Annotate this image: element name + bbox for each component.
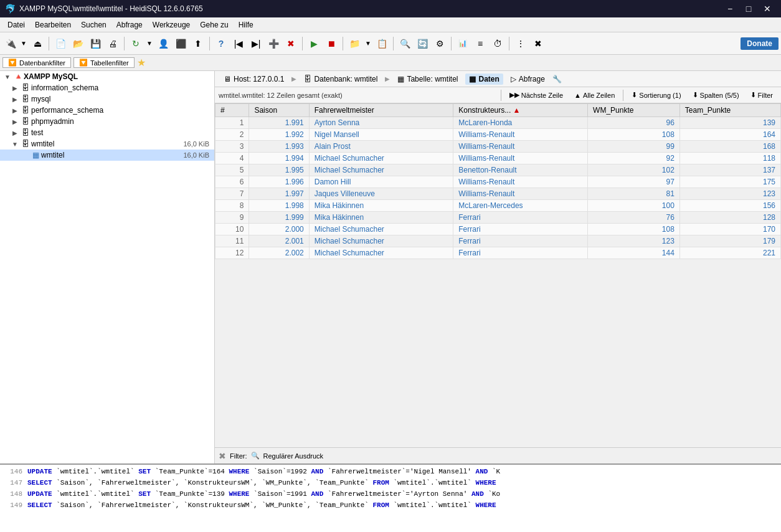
table-row[interactable]: 2 1.992 Nigel Mansell Williams-Renault 1… (215, 129, 781, 141)
help-button[interactable]: ? (213, 36, 229, 52)
table-row[interactable]: 10 2.000 Michael Schumacher Ferrari 108 … (215, 224, 781, 235)
sidebar-item-mysql[interactable]: ▶ 🗄 mysql (0, 93, 214, 105)
sidebar-item-wmtitel-table[interactable]: ▦ wmtitel 16,0 KiB (0, 150, 214, 161)
sidebar-item-test[interactable]: ▶ 🗄 test (0, 127, 214, 138)
toolbar-separator-8 (509, 37, 509, 50)
sql-keyword: WHERE (476, 479, 496, 487)
filter-close-button[interactable]: ✖ (219, 451, 226, 461)
delete-row-button[interactable]: ✖ (283, 36, 299, 52)
next-row-icon: ▶▶ (509, 91, 519, 99)
print-button[interactable]: 🖨 (105, 36, 121, 52)
sidebar-item-phpmyadmin[interactable]: ▶ 🗄 phpmyadmin (0, 116, 214, 127)
sidebar-item-information-schema[interactable]: ▶ 🗄 information_schema (0, 82, 214, 93)
table-row[interactable]: 8 1.998 Mika Häkinnen McLaren-Mercedes 1… (215, 200, 781, 212)
table-row[interactable]: 5 1.995 Michael Schumacher Benetton-Rena… (215, 164, 781, 176)
menu-abfrage[interactable]: Abfrage (111, 19, 148, 31)
maximize-button[interactable]: □ (740, 2, 757, 16)
mysql-arrow: ▶ (10, 96, 20, 103)
connect-dropdown-button[interactable]: ▼ (19, 36, 28, 52)
all-rows-button[interactable]: ▲ Alle Zeilen (570, 90, 619, 101)
table-filter-tag[interactable]: 🔽 Tabellenfilter (73, 57, 135, 68)
cell-fahrer: Damon Hill (309, 176, 453, 188)
connect-button[interactable]: 🔌 (2, 36, 19, 52)
data-tab-host[interactable]: ▦ Daten (465, 74, 503, 85)
new-query-button[interactable]: 📄 (52, 36, 69, 52)
data-table-wrap[interactable]: # Saison Fahrerweltmeister Konstrukteurs… (215, 103, 781, 447)
table-row[interactable]: 11 2.001 Michael Schumacher Ferrari 123 … (215, 235, 781, 247)
user-manager-button[interactable]: 👤 (155, 36, 171, 52)
table-row[interactable]: 1 1.991 Ayrton Senna McLaren-Honda 96 13… (215, 117, 781, 129)
cell-saison: 2.000 (249, 224, 309, 235)
cell-konstrukteur: Williams-Renault (453, 153, 588, 164)
close-button[interactable]: ✕ (759, 2, 776, 16)
close-tab-button[interactable]: ✖ (530, 36, 546, 52)
menu-datei[interactable]: Datei (2, 19, 30, 31)
folder-dropdown-button[interactable]: ▼ (364, 36, 372, 52)
col-wm-punkte[interactable]: WM_Punkte (588, 104, 680, 117)
table-item[interactable]: ▦ Tabelle: wmtitel (394, 74, 462, 85)
table-row[interactable]: 9 1.999 Mika Häkinnen Ferrari 76 128 (215, 212, 781, 224)
toolbar-separator-2 (124, 37, 125, 50)
cell-wm: 144 (588, 247, 680, 259)
col-konstrukteur[interactable]: Konstrukteurs... ▲ (453, 104, 588, 117)
open-file-button[interactable]: 📂 (70, 36, 86, 52)
sidebar-root[interactable]: ▼ 🔺 XAMPP MySQL (0, 71, 214, 82)
star-icon[interactable]: ★ (137, 57, 146, 69)
cell-konstrukteur: Williams-Renault (453, 176, 588, 188)
nav-last-button[interactable]: ▶| (248, 36, 264, 52)
menu-suchen[interactable]: Suchen (76, 19, 111, 31)
more-button[interactable]: ⋮ (513, 36, 529, 52)
folder-button[interactable]: 📁 (346, 36, 362, 52)
col-fahrer[interactable]: Fahrerweltmeister (309, 104, 453, 117)
nav-first-button[interactable]: |◀ (230, 36, 247, 52)
cell-team: 128 (679, 212, 780, 224)
query-tab-host[interactable]: ▷ Abfrage (507, 74, 549, 85)
table-row[interactable]: 6 1.996 Damon Hill Williams-Renault 97 1… (215, 176, 781, 188)
disconnect-button[interactable]: ⏏ (29, 36, 45, 52)
table-toolbar: wmtitel.wmtitel: 12 Zeilen gesamt (exakt… (215, 87, 781, 103)
refresh-dropdown-button[interactable]: ▼ (145, 36, 154, 52)
filter-button[interactable]: ⬇ Filter (746, 89, 777, 101)
menu-gehe-zu[interactable]: Gehe zu (195, 19, 233, 31)
menu-bearbeiten[interactable]: Bearbeiten (30, 19, 76, 31)
table-row[interactable]: 3 1.993 Alain Prost Williams-Renault 99 … (215, 141, 781, 153)
sql-normal: `Fahrerweltmeister`='Ayrton Senna' (323, 490, 471, 498)
stop-button[interactable]: ⏹ (323, 36, 339, 52)
sql-normal: `wmtitel`.`wmtitel` (389, 501, 476, 509)
db-item[interactable]: 🗄 Datenbank: wmtitel (300, 74, 381, 85)
table-row[interactable]: 12 2.002 Michael Schumacher Ferrari 144 … (215, 247, 781, 259)
sidebar-root-label: XAMPP MySQL (24, 72, 214, 81)
menu-werkzeuge[interactable]: Werkzeuge (148, 19, 195, 31)
save-button[interactable]: 💾 (87, 36, 103, 52)
execute-button[interactable]: ▶ (306, 36, 322, 52)
format-button[interactable]: ≡ (472, 36, 488, 52)
search-replace-button[interactable]: 🔄 (414, 36, 430, 52)
refresh-button[interactable]: ↻ (128, 36, 144, 52)
table-button[interactable]: ⬛ (173, 36, 189, 52)
col-saison[interactable]: Saison (249, 104, 309, 117)
sidebar-item-wmtitel-parent[interactable]: ▼ 🗄 wmtitel 16,0 KiB (0, 138, 214, 150)
add-row-button[interactable]: ➕ (265, 36, 282, 52)
table-row[interactable]: 4 1.994 Michael Schumacher Williams-Rena… (215, 153, 781, 164)
cols-button[interactable]: ⬇ Spalten (5/5) (688, 89, 744, 101)
minimize-button[interactable]: − (721, 2, 739, 16)
copy-button[interactable]: 📋 (374, 36, 390, 52)
stats-button[interactable]: 📊 (455, 36, 471, 52)
col-hash[interactable]: # (215, 104, 249, 117)
sidebar-item-performance-schema[interactable]: ▶ 🗄 performance_schema (0, 105, 214, 116)
menu-hilfe[interactable]: Hilfe (234, 19, 258, 31)
export-button[interactable]: ⬆ (190, 36, 206, 52)
history-button[interactable]: ⏱ (490, 36, 506, 52)
col-team-punkte[interactable]: Team_Punkte (679, 104, 780, 117)
host-item[interactable]: 🖥 Host: 127.0.0.1 (220, 74, 288, 85)
db-filter-tag[interactable]: 🔽 Datenbankfilter (2, 57, 71, 68)
cell-num: 4 (215, 153, 249, 164)
table-row[interactable]: 7 1.997 Jaques Villeneuve Williams-Renau… (215, 188, 781, 200)
explain-button[interactable]: ⚙ (432, 36, 448, 52)
search-button[interactable]: 🔍 (397, 36, 413, 52)
next-row-button[interactable]: ▶▶ Nächste Zeile (505, 89, 567, 101)
donate-button[interactable]: Donate (741, 37, 779, 50)
sql-log[interactable]: 146UPDATE `wmtitel`.`wmtitel` SET `Team_… (0, 463, 781, 532)
cols-icon: ⬇ (693, 91, 698, 99)
sort-button[interactable]: ⬇ Sortierung (1) (627, 89, 685, 101)
